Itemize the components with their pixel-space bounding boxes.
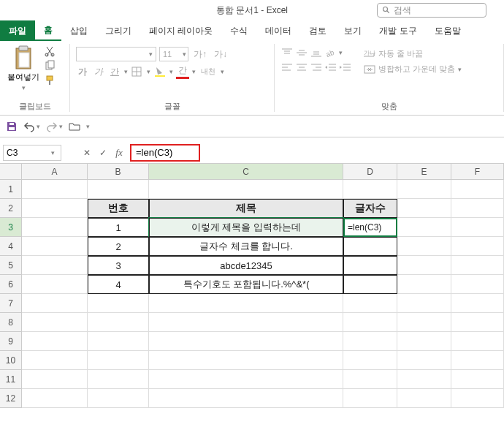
cell-E5[interactable] [397, 256, 451, 275]
italic-button[interactable]: 가 [92, 66, 105, 78]
col-header-C[interactable]: C [149, 164, 343, 180]
tab-help[interactable]: 도움말 [426, 20, 470, 41]
chevron-down-icon[interactable]: ▾ [221, 68, 224, 75]
spreadsheet-grid[interactable]: A B C D E F 1 2 번호 제목 글자수 3 1 이렇게 제목을 입력… [0, 164, 504, 408]
cell-F11[interactable] [451, 370, 504, 389]
cell-E1[interactable] [397, 180, 451, 199]
row-header-8[interactable]: 8 [0, 313, 22, 332]
open-button[interactable] [69, 121, 80, 132]
row-header-6[interactable]: 6 [0, 275, 22, 294]
cell-C11[interactable] [149, 370, 343, 389]
cell-D5[interactable] [343, 256, 397, 275]
cell-F10[interactable] [451, 351, 504, 370]
tab-draw[interactable]: 그리기 [96, 20, 140, 41]
cell-B5[interactable]: 3 [88, 256, 149, 275]
increase-font-icon[interactable]: 가↑ [191, 48, 209, 61]
col-header-E[interactable]: E [397, 164, 451, 180]
format-painter-icon[interactable] [44, 75, 56, 86]
underline-button[interactable]: 간 [108, 66, 121, 78]
cell-E8[interactable] [397, 313, 451, 332]
cell-E10[interactable] [397, 351, 451, 370]
row-header-4[interactable]: 4 [0, 237, 22, 256]
phonetic-icon[interactable]: 내천 [199, 67, 218, 77]
cell-F6[interactable] [451, 275, 504, 294]
cell-E7[interactable] [397, 294, 451, 313]
cell-D4[interactable] [343, 237, 397, 256]
borders-icon[interactable] [131, 66, 144, 78]
undo-button[interactable]: ▾ [23, 121, 40, 132]
align-top-icon[interactable] [280, 47, 294, 58]
cell-D6[interactable] [343, 275, 397, 294]
cell-F3[interactable] [451, 218, 504, 237]
cell-C7[interactable] [149, 294, 343, 313]
font-color-icon[interactable]: 간 [176, 64, 189, 79]
cell-B12[interactable] [88, 389, 149, 408]
chevron-down-icon[interactable]: ▾ [339, 49, 343, 56]
copy-icon[interactable] [44, 60, 56, 72]
cell-C5[interactable]: abcde12345 [149, 256, 343, 275]
cell-D10[interactable] [343, 351, 397, 370]
search-box[interactable]: 검색 [377, 3, 486, 18]
fill-color-icon[interactable] [153, 66, 167, 78]
cell-D7[interactable] [343, 294, 397, 313]
cancel-button[interactable]: ✕ [79, 145, 95, 161]
cell-F8[interactable] [451, 313, 504, 332]
col-header-A[interactable]: A [22, 164, 88, 180]
cell-B8[interactable] [88, 313, 149, 332]
cell-E3[interactable] [397, 218, 451, 237]
enter-button[interactable]: ✓ [95, 145, 111, 161]
col-header-F[interactable]: F [451, 164, 504, 180]
cell-E6[interactable] [397, 275, 451, 294]
cell-A3[interactable] [22, 218, 88, 237]
cell-F7[interactable] [451, 294, 504, 313]
orientation-icon[interactable]: ab [324, 47, 337, 58]
cell-C2[interactable]: 제목 [149, 199, 343, 218]
cell-A10[interactable] [22, 351, 88, 370]
paste-button[interactable]: 붙여넣기 ▾ [6, 44, 41, 93]
cell-F4[interactable] [451, 237, 504, 256]
cell-B3[interactable]: 1 [88, 218, 149, 237]
row-header-3[interactable]: 3 [0, 218, 22, 237]
decrease-indent-icon[interactable] [324, 61, 337, 73]
tab-data[interactable]: 데이터 [256, 20, 300, 41]
tab-file[interactable]: 파일 [0, 20, 35, 41]
cell-B6[interactable]: 4 [88, 275, 149, 294]
cell-E2[interactable] [397, 199, 451, 218]
font-name-select[interactable]: ▾ [76, 47, 156, 61]
chevron-down-icon[interactable]: ▾ [124, 68, 128, 75]
fx-button[interactable]: fx [111, 145, 127, 161]
chevron-down-icon[interactable]: ▾ [192, 68, 196, 75]
cell-A11[interactable] [22, 370, 88, 389]
row-header-5[interactable]: 5 [0, 256, 22, 275]
tab-insert[interactable]: 삽입 [61, 20, 96, 41]
cell-F12[interactable] [451, 389, 504, 408]
cell-B7[interactable] [88, 294, 149, 313]
cell-E9[interactable] [397, 332, 451, 351]
cell-F9[interactable] [451, 332, 504, 351]
cell-C9[interactable] [149, 332, 343, 351]
align-left-icon[interactable] [280, 61, 294, 73]
cell-C1[interactable] [149, 180, 343, 199]
cell-A1[interactable] [22, 180, 88, 199]
cell-B10[interactable] [88, 351, 149, 370]
cell-A9[interactable] [22, 332, 88, 351]
col-header-B[interactable]: B [88, 164, 149, 180]
increase-indent-icon[interactable] [339, 61, 352, 73]
align-right-icon[interactable] [310, 61, 323, 73]
cell-E4[interactable] [397, 237, 451, 256]
formula-input[interactable] [136, 147, 194, 158]
cell-B9[interactable] [88, 332, 149, 351]
cell-A6[interactable] [22, 275, 88, 294]
cell-E12[interactable] [397, 389, 451, 408]
tab-developer[interactable]: 개발 도구 [370, 20, 425, 41]
row-header-2[interactable]: 2 [0, 199, 22, 218]
select-all-corner[interactable] [0, 164, 22, 180]
cell-A8[interactable] [22, 313, 88, 332]
qat-customize-icon[interactable]: ▾ [86, 123, 90, 130]
cell-F2[interactable] [451, 199, 504, 218]
cell-C3[interactable]: 이렇게 제목을 입력하는데 [149, 218, 343, 237]
cell-B11[interactable] [88, 370, 149, 389]
align-bottom-icon[interactable] [310, 47, 323, 58]
cell-F5[interactable] [451, 256, 504, 275]
bold-button[interactable]: 가 [76, 66, 89, 78]
